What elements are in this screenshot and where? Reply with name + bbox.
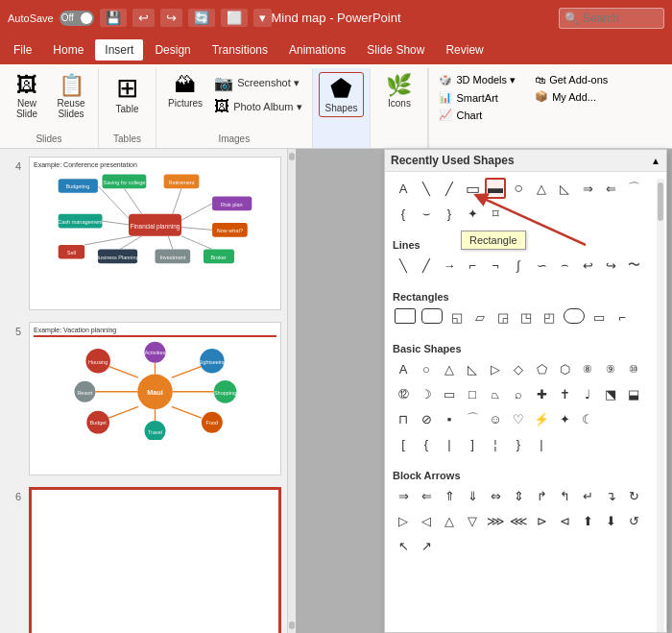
basic-hex[interactable]: ⬡ [554,358,575,379]
basic-moon[interactable]: ☾ [577,408,598,429]
rect-rounded-2[interactable] [564,308,585,324]
rect-frame[interactable]: ▭ [588,306,610,328]
redo-button[interactable]: ↪ [160,9,182,27]
menu-review[interactable]: Review [436,39,492,61]
ba-notch2[interactable]: ⊲ [554,510,575,531]
basic-text[interactable]: A [393,358,414,379]
ba-bent-1[interactable]: ↱ [531,485,552,506]
line-diagonal[interactable]: ╱ [416,255,437,276]
ba-bent-2[interactable]: ↰ [554,485,575,506]
ba-dn2[interactable]: ⬇ [600,510,621,531]
shape-oval[interactable]: ○ [508,178,529,199]
shapes-button[interactable]: ⬟ Shapes [319,72,365,117]
ba-str[interactable]: ⋙ [485,510,506,531]
basic-c[interactable]: ☽ [416,383,437,404]
rect-parallelogram[interactable]: ▱ [469,306,491,328]
slides-scrollbar[interactable] [288,149,296,633]
basic-bracket-l[interactable]: [ [393,433,414,454]
more-button[interactable]: ⬜ [221,9,248,27]
ba-turn-1[interactable]: ↵ [577,485,598,506]
ba-down[interactable]: ⇓ [462,485,483,506]
shape-triangle[interactable]: △ [531,178,552,199]
menu-insert[interactable]: Insert [95,39,143,61]
screenshot-button[interactable]: 📷 Screenshot ▾ [210,72,305,94]
basic-plus[interactable]: ✚ [531,383,552,404]
basic-cross[interactable]: ✝ [554,383,575,404]
menu-slideshow[interactable]: Slide Show [357,39,434,61]
ba-loop[interactable]: ↻ [623,485,644,506]
ba-left[interactable]: ⇐ [416,485,437,506]
line-arrow[interactable]: → [439,255,460,276]
menu-file[interactable]: File [4,39,41,61]
line-straight[interactable]: ╲ [393,255,414,276]
basic-bracket-r[interactable]: ] [462,433,483,454]
basic-brace-r[interactable]: } [508,433,529,454]
undo-button[interactable]: ↩ [132,9,155,27]
shape-star[interactable]: ✦ [462,203,483,224]
basic-diamond[interactable]: ◇ [508,358,529,379]
shape-misc-1[interactable]: ⌒ [623,178,644,199]
shape-arrow-r[interactable]: ⇒ [577,178,598,199]
basic-no[interactable]: ⊘ [416,408,437,429]
ba-ur[interactable]: ↗ [416,535,437,556]
basic-smiley[interactable]: ☺ [485,408,506,429]
rect-snip-3[interactable]: ◳ [516,306,537,328]
menu-design[interactable]: Design [145,39,200,61]
basic-circle-9[interactable]: ⑨ [600,358,621,379]
line-elbow-2[interactable]: ¬ [485,255,506,276]
shape-rtriangle[interactable]: ◺ [554,178,575,199]
line-arc[interactable]: ⌢ [554,255,575,276]
basic-circle-10[interactable]: ⑩ [623,358,644,379]
save-button[interactable]: 💾 [100,9,127,27]
basic-square-s[interactable]: □ [462,383,483,404]
table-button[interactable]: ⊞ Table [107,72,149,117]
line-elbow[interactable]: ⌐ [462,255,483,276]
line-squig[interactable]: ∽ [531,255,552,276]
shape-brace-2[interactable]: } [439,203,460,224]
menu-transitions[interactable]: Transitions [203,39,277,61]
basic-circle-12[interactable]: ⑫ [393,383,414,404]
ba-ul[interactable]: ↖ [393,535,414,556]
basic-cylinder[interactable]: ⊓ [393,408,414,429]
ba-d2[interactable]: ▽ [462,510,483,531]
rect-rounded[interactable] [421,308,443,324]
rect-folded[interactable]: ⌐ [612,306,633,328]
rect-snip-4[interactable]: ◰ [539,306,560,328]
menu-home[interactable]: Home [43,39,93,61]
shape-arrow-l[interactable]: ⇐ [600,178,621,199]
basic-frame2[interactable]: ⬔ [600,383,621,404]
smartart-button[interactable]: 📊 SmartArt [435,89,519,106]
ba-up2[interactable]: ⬆ [577,510,598,531]
scrollbar-down[interactable] [289,621,295,629]
basic-bar3[interactable]: | [531,433,552,454]
panel-scroll-up[interactable]: ▲ [651,156,660,166]
basic-oval[interactable]: ○ [416,358,437,379]
customize-button[interactable]: ▾ [253,9,272,27]
basic-heart[interactable]: ♡ [508,408,529,429]
basic-bevel[interactable]: ⬓ [623,383,644,404]
ba-notch[interactable]: ⊳ [531,510,552,531]
slide-thumb-6[interactable] [29,487,281,633]
line-curve[interactable]: ∫ [508,255,529,276]
menu-animations[interactable]: Animations [279,39,355,61]
shapes-scrollbar-thumb[interactable] [658,183,663,221]
icons-button[interactable]: 🌿 Icons [378,72,420,111]
slide-thumb-5[interactable]: Example: Vacation planning Maui Housing [29,322,281,475]
slide-item-5[interactable]: 5 Example: Vacation planning Maui Housin… [6,322,281,475]
basic-circle-8[interactable]: ⑧ [577,358,598,379]
slide-item-6[interactable]: 6 [6,487,281,633]
slide-item-4[interactable]: 4 Example: Conference presentation Finan… [6,157,281,310]
ba-right[interactable]: ⇒ [393,485,414,506]
basic-note[interactable]: ♩ [577,383,598,404]
search-input[interactable] [559,8,664,29]
basic-bar-l[interactable]: | [439,433,460,454]
basic-pentagon[interactable]: ⬠ [531,358,552,379]
basic-lightning[interactable]: ⚡ [531,408,552,429]
basic-rtri[interactable]: ◺ [462,358,483,379]
shape-line-1[interactable]: ╲ [416,178,437,199]
basic-chevron[interactable]: ⌕ [508,383,529,404]
scrollbar-up[interactable] [289,153,295,160]
3d-models-button[interactable]: 🎲 3D Models ▾ [435,72,519,88]
line-back[interactable]: ↩ [577,255,598,276]
my-addons-button[interactable]: 📦 My Add... [531,88,612,105]
